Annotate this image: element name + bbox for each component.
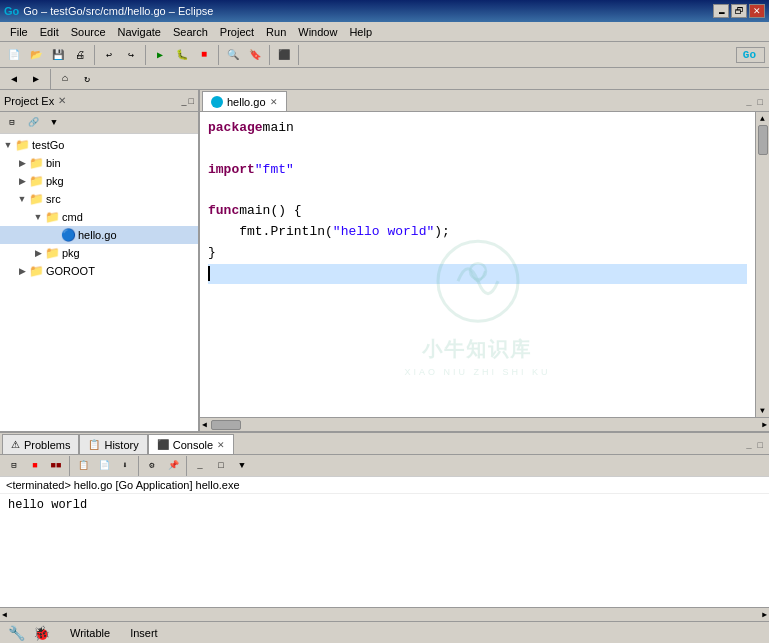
back-button[interactable]: ◀ — [4, 69, 24, 89]
console-maximize-btn[interactable]: □ — [211, 456, 231, 476]
toggle-src[interactable]: ▼ — [16, 194, 28, 204]
tree-item-goroot[interactable]: ▶ 📁 GOROOT — [0, 262, 198, 280]
menu-search[interactable]: Search — [167, 24, 214, 40]
search-toolbar-button[interactable]: 🔍 — [223, 45, 243, 65]
hscroll-left-arrow[interactable]: ◀ — [200, 420, 209, 429]
title-text: Go Go – testGo/src/cmd/hello.go – Eclips… — [4, 5, 213, 17]
editor-hscrollbar[interactable]: ◀ ▶ — [200, 417, 769, 431]
editor-tab-hello-go[interactable]: hello.go ✕ — [202, 91, 287, 111]
label-cmd: cmd — [62, 211, 83, 223]
bottom-maximize-icon[interactable]: □ — [756, 440, 765, 452]
code-line-8 — [208, 264, 747, 284]
tree-item-hello-go[interactable]: ▶ 🔵 hello.go — [0, 226, 198, 244]
run-button[interactable]: ▶ — [150, 45, 170, 65]
home-button[interactable]: ⌂ — [55, 69, 75, 89]
hscroll-thumb[interactable] — [211, 420, 241, 430]
code-scroll-area[interactable]: package main import "fmt" func main() { … — [200, 112, 755, 417]
tree-item-pkg-sub[interactable]: ▶ 📁 pkg — [0, 244, 198, 262]
print-button[interactable]: 🖨 — [70, 45, 90, 65]
forward-button[interactable]: ▶ — [26, 69, 46, 89]
menu-window[interactable]: Window — [292, 24, 343, 40]
new-button[interactable]: 📄 — [4, 45, 24, 65]
chscroll-right[interactable]: ▶ — [760, 610, 769, 619]
refresh-button[interactable]: ↻ — [77, 69, 97, 89]
menu-source[interactable]: Source — [65, 24, 112, 40]
redo-button[interactable]: ↪ — [121, 45, 141, 65]
stop-button[interactable]: ■ — [194, 45, 214, 65]
bottom-minimize-icon[interactable]: _ — [744, 440, 753, 452]
project-panel-title: Project Ex — [4, 95, 54, 107]
scroll-up-arrow[interactable]: ▲ — [760, 114, 765, 123]
hscroll-right-arrow[interactable]: ▶ — [760, 420, 769, 429]
panel-tab-close[interactable]: ✕ — [58, 95, 66, 106]
keyword-func: func — [208, 201, 239, 222]
tab-console[interactable]: ⬛ Console ✕ — [148, 434, 234, 454]
save-button[interactable]: 💾 — [48, 45, 68, 65]
console-button[interactable]: ⬛ — [274, 45, 294, 65]
console-settings-button[interactable]: ⚙ — [142, 456, 162, 476]
console-stop-button[interactable]: ■ — [25, 456, 45, 476]
scroll-thumb[interactable] — [758, 125, 768, 155]
toggle-pkg-sub[interactable]: ▶ — [32, 248, 44, 258]
tab-problems[interactable]: ⚠ Problems — [2, 434, 79, 454]
toggle-cmd[interactable]: ▼ — [32, 212, 44, 222]
chscroll-left[interactable]: ◀ — [0, 610, 9, 619]
gofile-icon: 🔵 — [60, 227, 76, 243]
toggle-bin[interactable]: ▶ — [16, 158, 28, 168]
console-scroll-button[interactable]: ⬇ — [115, 456, 135, 476]
toggle-testgo[interactable]: ▼ — [2, 140, 14, 150]
console-paste-button[interactable]: 📄 — [94, 456, 114, 476]
console-content: ⊟ ■ ■■ 📋 📄 ⬇ ⚙ 📌 _ □ ▼ <terminated> hell… — [0, 455, 769, 621]
editor-maximize-icon[interactable]: □ — [756, 97, 765, 109]
console-hscrollbar[interactable]: ◀ ▶ — [0, 607, 769, 621]
bookmark-button[interactable]: 🔖 — [245, 45, 265, 65]
console-clear-button[interactable]: ⊟ — [4, 456, 24, 476]
console-options-btn[interactable]: ▼ — [232, 456, 252, 476]
scroll-down-arrow[interactable]: ▼ — [760, 406, 765, 415]
tree-item-bin[interactable]: ▶ 📁 bin — [0, 154, 198, 172]
tab-history[interactable]: 📋 History — [79, 434, 147, 454]
tree-item-src[interactable]: ▼ 📁 src — [0, 190, 198, 208]
editor-vscrollbar[interactable]: ▲ ▼ — [755, 112, 769, 417]
panel-maximize-icon[interactable]: □ — [189, 96, 194, 106]
menu-navigate[interactable]: Navigate — [112, 24, 167, 40]
menu-project[interactable]: Project — [214, 24, 260, 40]
tree-item-testgo[interactable]: ▼ 📁 testGo — [0, 136, 198, 154]
menu-edit[interactable]: Edit — [34, 24, 65, 40]
menu-run[interactable]: Run — [260, 24, 292, 40]
close-button[interactable]: ✕ — [749, 4, 765, 18]
editor-minimize-icon[interactable]: _ — [744, 97, 753, 109]
menu-file[interactable]: File — [4, 24, 34, 40]
code-line-5: func main() { — [208, 201, 747, 222]
project-icon: 📁 — [14, 137, 30, 153]
undo-button[interactable]: ↩ — [99, 45, 119, 65]
console-minimize-btn[interactable]: _ — [190, 456, 210, 476]
maximize-button[interactable]: 🗗 — [731, 4, 747, 18]
console-stop2-button[interactable]: ■■ — [46, 456, 66, 476]
console-output[interactable]: hello world — [0, 494, 769, 607]
console-tab-close[interactable]: ✕ — [217, 440, 225, 450]
folder-icon-cmd: 📁 — [44, 209, 60, 225]
debug-button[interactable]: 🐛 — [172, 45, 192, 65]
toggle-pkg-top[interactable]: ▶ — [16, 176, 28, 186]
tree-item-pkg-top[interactable]: ▶ 📁 pkg — [0, 172, 198, 190]
console-copy-button[interactable]: 📋 — [73, 456, 93, 476]
panel-minimize-icon[interactable]: _ — [182, 96, 187, 106]
project-settings-button[interactable]: ▼ — [44, 113, 64, 133]
watermark-text-cn: 小牛知识库 — [404, 333, 550, 365]
sep3 — [218, 45, 219, 65]
go-run-button[interactable]: Go — [736, 47, 765, 63]
console-pin-button[interactable]: 📌 — [163, 456, 183, 476]
csep3 — [186, 456, 187, 476]
toggle-goroot[interactable]: ▶ — [16, 266, 28, 276]
top-area: Project Ex ✕ _ □ ⊟ 🔗 ▼ ▼ 📁 testGo — [0, 90, 769, 431]
menu-help[interactable]: Help — [343, 24, 378, 40]
link-editor-button[interactable]: 🔗 — [23, 113, 43, 133]
collapse-all-button[interactable]: ⊟ — [2, 113, 22, 133]
folder-icon-pkg-sub: 📁 — [44, 245, 60, 261]
open-button[interactable]: 📂 — [26, 45, 46, 65]
code-line-3: import "fmt" — [208, 160, 747, 181]
tree-item-cmd[interactable]: ▼ 📁 cmd — [0, 208, 198, 226]
minimize-button[interactable]: 🗕 — [713, 4, 729, 18]
tab-close-button[interactable]: ✕ — [270, 97, 278, 107]
